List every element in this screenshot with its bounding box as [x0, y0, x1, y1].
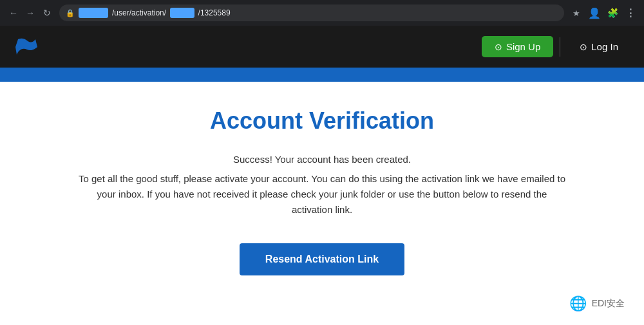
navbar: ⊙ Sign Up ⊙ Log In — [0, 26, 644, 68]
forward-icon: → — [26, 8, 35, 18]
bookmark-icon[interactable]: ★ — [569, 6, 583, 20]
app-logo[interactable] — [13, 34, 39, 60]
lock-icon: 🔒 — [66, 9, 75, 17]
nav-divider — [560, 37, 560, 57]
watermark: 🌐 EDI安全 — [569, 295, 625, 312]
watermark-icon: 🌐 — [569, 295, 587, 312]
login-label: Log In — [591, 41, 618, 52]
back-icon: ← — [9, 8, 18, 18]
description-text: To get all the good stuff, please activa… — [77, 171, 567, 218]
banner-bar — [0, 68, 644, 82]
signup-button[interactable]: ⊙ Sign Up — [482, 36, 553, 57]
page-title: Account Verification — [210, 107, 434, 135]
back-button[interactable]: ← — [6, 6, 21, 20]
signup-icon: ⊙ — [495, 42, 502, 52]
address-redacted-2: ███ — [170, 8, 194, 18]
success-text: Success! Your account has been created. — [233, 154, 411, 165]
address-text-middle: /user/activation/ — [112, 8, 166, 17]
forward-button[interactable]: → — [23, 6, 37, 20]
reload-icon: ↻ — [43, 8, 51, 18]
browser-nav-buttons: ← → ↻ — [6, 6, 54, 20]
watermark-text: EDI安全 — [592, 298, 625, 310]
address-text-end: /1325589 — [198, 8, 231, 17]
browser-chrome: ← → ↻ 🔒 ████ /user/activation/ ███ /1325… — [0, 0, 644, 26]
signup-label: Sign Up — [506, 41, 540, 52]
login-button[interactable]: ⊙ Log In — [567, 36, 631, 57]
login-icon: ⊙ — [580, 42, 587, 52]
address-bar[interactable]: 🔒 ████ /user/activation/ ███ /1325589 — [59, 5, 564, 21]
address-redacted-1: ████ — [79, 8, 108, 18]
reload-button[interactable]: ↻ — [40, 6, 54, 20]
main-content: Account Verification Success! Your accou… — [0, 82, 644, 288]
browser-actions: ★ 👤 🧩 ⋮ — [569, 6, 638, 20]
more-icon[interactable]: ⋮ — [623, 6, 638, 20]
profile-icon[interactable]: 👤 — [587, 6, 601, 20]
extension-icon[interactable]: 🧩 — [605, 6, 620, 20]
resend-activation-button[interactable]: Resend Activation Link — [240, 243, 404, 275]
nav-actions: ⊙ Sign Up ⊙ Log In — [482, 36, 631, 57]
